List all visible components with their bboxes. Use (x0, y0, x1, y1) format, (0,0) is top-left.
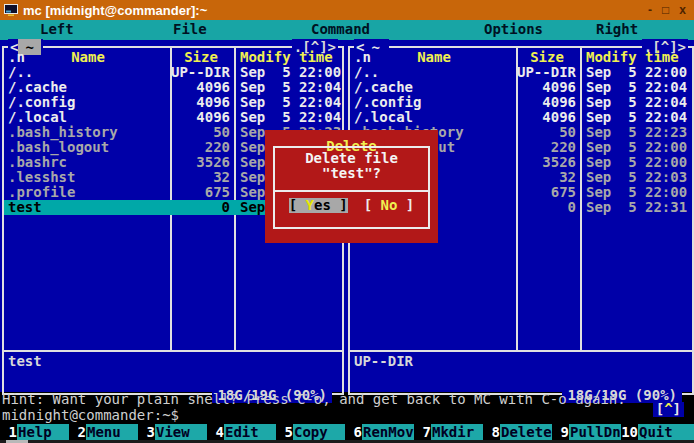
file-size: 50 (168, 125, 230, 140)
column-header-size[interactable]: Size (170, 50, 232, 65)
function-key-f3[interactable]: 3 View (138, 424, 207, 440)
no-button[interactable]: [ No ] (364, 198, 415, 213)
file-row[interactable]: /.config 4096 Sep 5 22:04 (350, 95, 692, 110)
function-key-f4[interactable]: 4 Edit (207, 424, 276, 440)
function-key-number: 2 (69, 424, 86, 440)
menu-item-command[interactable]: Command (311, 21, 370, 37)
file-name: /.local (8, 110, 67, 125)
file-name: .profile (8, 185, 75, 200)
file-size: 3526 (168, 155, 230, 170)
function-key-number: 5 (276, 424, 293, 440)
yes-button[interactable]: [ Yes ] (289, 198, 348, 213)
function-key-label: View (155, 424, 207, 440)
column-header-name[interactable]: Name (8, 50, 168, 65)
file-name: /.config (354, 95, 421, 110)
file-mtime: Sep 5 22:00 (586, 65, 687, 80)
file-size: 675 (168, 185, 230, 200)
scrollback-marker[interactable]: [^] (653, 402, 684, 417)
file-mtime: Sep 5 22:04 (586, 95, 687, 110)
command-prompt[interactable]: midnight@commander:~$ (2, 408, 694, 423)
terminal-icon (4, 4, 18, 16)
function-key-f6[interactable]: 6 RenMov (345, 424, 414, 440)
file-mtime: Sep 5 22:04 (586, 110, 687, 125)
function-key-number: 1 (0, 424, 17, 440)
function-key-number: 9 (552, 424, 569, 440)
menu-item-file[interactable]: File (173, 21, 207, 37)
file-row[interactable]: /.local 4096 Sep 5 22:04 (350, 110, 692, 125)
function-key-bar: 1 Help 2 Menu 3 View 4 Edit 5 Copy 6 Ren… (0, 424, 694, 440)
file-row[interactable]: /.config 4096 Sep 5 22:04 (4, 95, 342, 110)
function-key-number: 10 (621, 424, 638, 440)
file-mtime: Sep 5 22:00 (586, 140, 687, 155)
function-key-f5[interactable]: 5 Copy (276, 424, 345, 440)
file-size: 3526 (514, 155, 576, 170)
file-row[interactable]: /.. UP--DIR Sep 5 22:00 (4, 65, 342, 80)
file-size: 50 (514, 125, 576, 140)
function-key-label: PullDn (569, 424, 621, 440)
function-key-label: Delete (500, 424, 552, 440)
column-header-mtime[interactable]: Modify time (240, 50, 333, 65)
menu-bar: LeftFileCommandOptionsRight (0, 20, 694, 40)
function-key-f2[interactable]: 2 Menu (69, 424, 138, 440)
function-key-f9[interactable]: 9 PullDn (552, 424, 621, 440)
file-row[interactable]: /.. UP--DIR Sep 5 22:00 (350, 65, 692, 80)
column-header-size[interactable]: Size (516, 50, 578, 65)
file-name: .bash_logout (8, 140, 109, 155)
ministatus-divider (4, 350, 342, 352)
file-mtime: Sep 5 22:04 (240, 80, 341, 95)
function-key-label: Mkdir (431, 424, 483, 440)
function-key-f8[interactable]: 8 Delete (483, 424, 552, 440)
function-key-number: 7 (414, 424, 431, 440)
file-row[interactable]: /.local 4096 Sep 5 22:04 (4, 110, 342, 125)
minimize-button[interactable]: - (648, 3, 652, 17)
function-key-label: Edit (224, 424, 276, 440)
file-mtime: Sep 5 22:04 (240, 110, 341, 125)
file-mtime: Sep 5 22:04 (586, 80, 687, 95)
file-size: 4096 (168, 95, 230, 110)
file-mtime: Sep 5 22:00 (240, 65, 341, 80)
file-name: .lesshst (8, 170, 75, 185)
file-size: 220 (514, 140, 576, 155)
file-size: 4096 (514, 110, 576, 125)
file-name: .bash_history (8, 125, 118, 140)
function-key-f1[interactable]: 1 Help (0, 424, 69, 440)
right-ministatus: UP--DIR (354, 354, 413, 369)
menu-item-options[interactable]: Options (484, 21, 543, 37)
file-size: 0 (168, 200, 230, 215)
file-size: UP--DIR (514, 65, 576, 80)
menu-item-left[interactable]: Left (40, 21, 74, 37)
file-name: /.local (354, 110, 413, 125)
function-key-label: Copy (293, 424, 345, 440)
column-header-mtime[interactable]: Modify time (586, 50, 679, 65)
dialog-button-divider (275, 190, 428, 192)
maximize-button[interactable]: □ (662, 3, 669, 17)
menu-item-right[interactable]: Right (596, 21, 638, 37)
function-key-f10[interactable]: 10 Quit (621, 424, 694, 440)
file-row[interactable]: /.cache 4096 Sep 5 22:04 (4, 80, 342, 95)
close-button[interactable]: x (679, 3, 686, 17)
window-title: mc [midnight@commander]:~ (23, 3, 648, 18)
function-key-number: 8 (483, 424, 500, 440)
delete-dialog: Delete Delete file "test"? [ Yes ] [ No … (265, 130, 438, 243)
file-size: UP--DIR (168, 65, 230, 80)
file-name: /.. (354, 65, 379, 80)
file-name: .bashrc (8, 155, 67, 170)
dialog-message-line2: "test"? (275, 166, 428, 181)
file-row[interactable]: /.cache 4096 Sep 5 22:04 (350, 80, 692, 95)
column-header-name[interactable]: Name (354, 50, 514, 65)
file-size: 4096 (514, 80, 576, 95)
file-size: 220 (168, 140, 230, 155)
file-name: /.config (8, 95, 75, 110)
dialog-message-line1: Delete file (275, 151, 428, 166)
file-size: 4096 (168, 80, 230, 95)
file-mtime: Sep 5 22:04 (240, 95, 341, 110)
function-key-label: Help (17, 424, 69, 440)
file-name: test (8, 200, 42, 215)
file-mtime: Sep 5 22:31 (586, 200, 687, 215)
function-key-f7[interactable]: 7 Mkdir (414, 424, 483, 440)
file-size: 32 (514, 170, 576, 185)
file-name: /.. (8, 65, 33, 80)
file-name: /.cache (354, 80, 413, 95)
file-size: 4096 (168, 110, 230, 125)
function-key-label: Menu (86, 424, 138, 440)
